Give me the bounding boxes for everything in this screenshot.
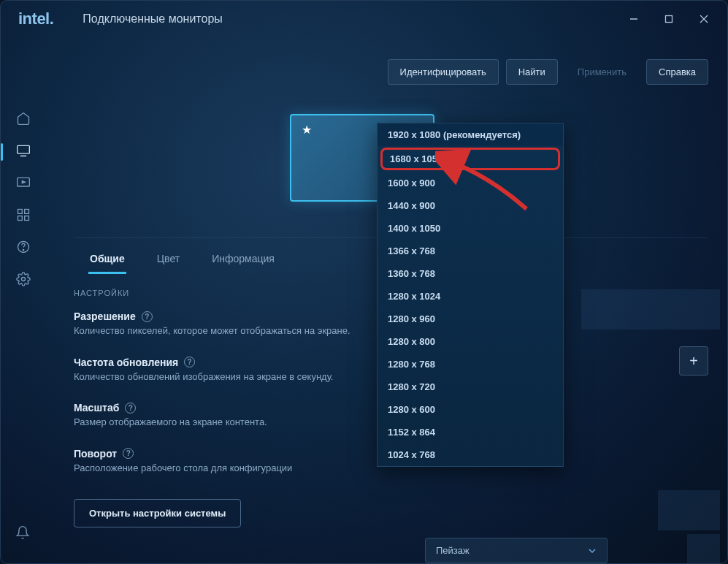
resolution-option[interactable]: 1280 x 600 [378,398,563,421]
svg-rect-9 [25,210,29,214]
svg-rect-1 [666,16,673,23]
scale-desc: Размер отображаемого на экране контента. [74,416,351,429]
resolution-option[interactable]: 1360 x 768 [378,262,563,285]
resolution-option[interactable]: 1400 x 1050 [378,217,563,240]
help-icon[interactable]: ? [142,311,153,322]
svg-marker-7 [22,181,25,183]
resolution-desc: Количество пикселей, которое может отобр… [74,324,351,338]
svg-rect-4 [18,145,30,153]
resolution-option[interactable]: 1440 x 900 [378,194,563,217]
refresh-desc: Количество обновлений изображения на экр… [74,370,351,384]
setting-refresh: Частота обновления ? Количество обновлен… [74,357,351,384]
help-icon[interactable]: ? [123,448,134,459]
sidebar-video[interactable] [15,175,31,191]
refresh-title: Частота обновления [74,357,178,368]
apply-button: Применить [565,59,639,85]
close-button[interactable] [686,5,721,33]
orientation-value: Пейзаж [436,545,470,556]
sidebar-settings[interactable] [15,271,31,287]
resolution-option[interactable]: 1280 x 768 [378,353,563,376]
minimize-button[interactable] [616,5,651,33]
resolution-option[interactable]: 1024 x 768 [378,443,563,466]
identify-button[interactable]: Идентифицировать [388,59,499,85]
resolution-option[interactable]: 1280 x 960 [378,308,563,330]
sidebar-display[interactable] [15,142,31,159]
svg-rect-10 [18,216,23,221]
help-icon[interactable]: ? [125,403,136,414]
primary-star-icon: ★ [302,123,312,137]
rotation-title: Поворот [74,448,117,460]
resolution-option[interactable]: 1280 x 800 [378,330,563,353]
sidebar-apps[interactable] [15,207,31,223]
resolution-option[interactable]: 1366 x 768 [378,240,563,262]
resolution-option[interactable]: 1680 x 1050 [380,148,560,170]
open-system-settings-button[interactable]: Открыть настройки системы [74,499,241,527]
page-title: Подключенные мониторы [83,12,222,26]
rotation-desc: Расположение рабочего стола для конфигур… [74,462,351,475]
add-preset-button[interactable]: + [679,346,708,376]
chevron-down-icon [588,546,597,555]
help-button[interactable]: Справка [646,59,708,85]
sidebar-help[interactable] [15,239,31,255]
resolution-option[interactable]: 1280 x 720 [378,376,563,398]
tab-general[interactable]: Общие [88,245,126,274]
maximize-button[interactable] [651,5,686,33]
svg-point-14 [22,278,26,281]
tab-info[interactable]: Информация [210,245,276,274]
orientation-select[interactable]: Пейзаж [425,538,608,563]
sidebar-notifications[interactable] [15,525,30,543]
setting-scale: Масштаб ? Размер отображаемого на экране… [74,402,351,429]
sidebar-home[interactable] [15,110,31,126]
tab-color[interactable]: Цвет [156,245,181,274]
resolution-dropdown[interactable]: 1920 x 1080 (рекомендуется) 1680 x 1050 … [377,123,564,467]
svg-rect-8 [18,210,23,214]
intel-logo: intel [18,9,53,28]
resolution-title: Разрешение [74,310,136,322]
svg-point-13 [23,250,23,251]
resolution-option[interactable]: 1152 x 864 [378,421,563,443]
svg-rect-11 [25,216,29,221]
scale-title: Масштаб [74,402,119,414]
find-button[interactable]: Найти [506,59,558,85]
setting-rotation: Поворот ? Расположение рабочего стола дл… [74,448,351,475]
resolution-option[interactable]: 1920 x 1080 (рекомендуется) [378,123,563,146]
resolution-option[interactable]: 1280 x 1024 [378,285,563,308]
resolution-option[interactable]: 1600 x 900 [378,172,563,194]
setting-resolution: Разрешение ? Количество пикселей, которо… [74,310,351,338]
help-icon[interactable]: ? [184,357,195,367]
